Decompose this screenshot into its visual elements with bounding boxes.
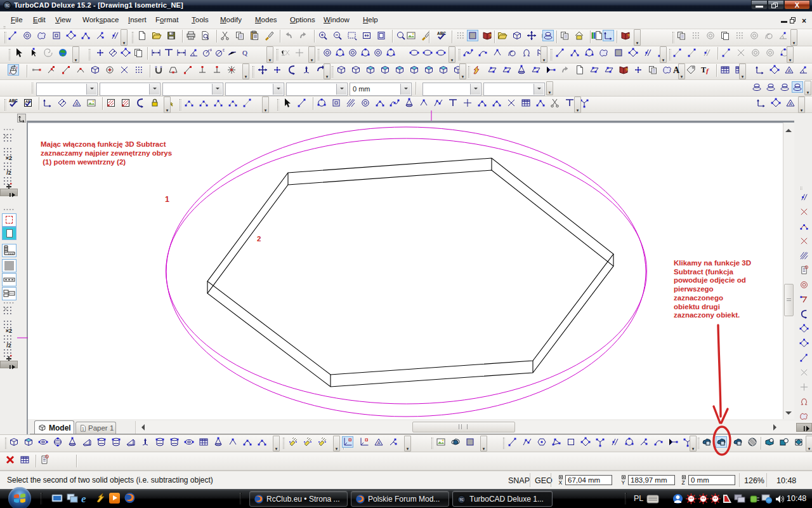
svg-text:/2: /2 [6, 170, 11, 175]
svg-text:/2: /2 [6, 342, 11, 348]
svg-text:×2: ×2 [6, 155, 12, 161]
svg-text:×2: ×2 [6, 328, 12, 333]
svg-text:Z: Z [682, 479, 685, 485]
svg-text:Y: Y [622, 479, 625, 485]
svg-text:X: X [559, 479, 563, 485]
svg-text:1: 1 [82, 427, 84, 431]
